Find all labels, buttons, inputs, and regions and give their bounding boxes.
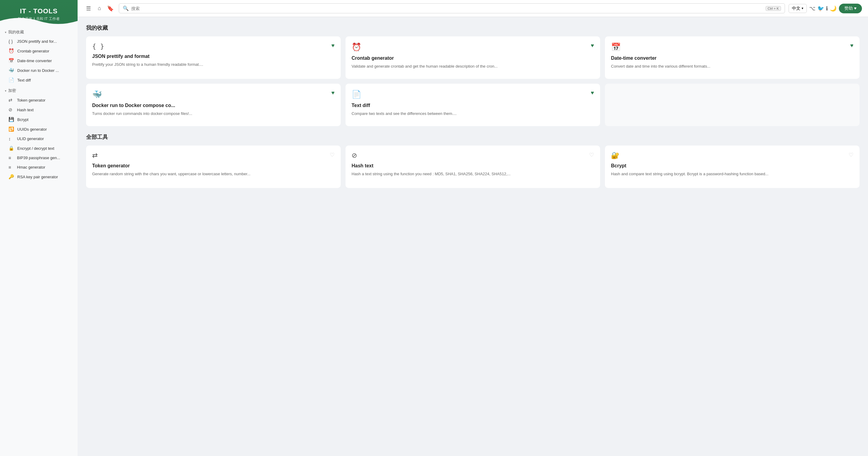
hash-icon: ⊘	[8, 107, 14, 113]
sidebar-item-hashtext[interactable]: ⊘ Hash text	[0, 105, 78, 115]
calendar-icon: 📅	[8, 58, 14, 63]
sidebar-item-ulid[interactable]: ↕ ULID generator	[0, 134, 78, 144]
sidebar-item-crontab[interactable]: ⏰ Crontab generator	[0, 46, 78, 56]
favorite-heart-bcrypt[interactable]: ♡	[848, 152, 854, 158]
bookmark-button[interactable]: 🔖	[105, 4, 115, 13]
card-desc-bcrypt: Hash and compare text string using bcryp…	[611, 171, 854, 177]
card-desc-3: Convert date and time into the various d…	[611, 63, 854, 69]
json-card-icon: { }	[92, 42, 104, 50]
sidebar-item-rsa[interactable]: 🔑 RSA key pair generator	[0, 172, 78, 182]
search-input[interactable]	[131, 6, 763, 11]
card-title-5: Text diff	[351, 103, 594, 108]
card-header-bcrypt: 🔐 ♡	[611, 152, 854, 159]
search-icon: 🔍	[123, 5, 129, 11]
favorite-heart-hash[interactable]: ♡	[589, 152, 594, 158]
home-button[interactable]: ⌂	[95, 4, 104, 13]
favorite-heart-token[interactable]: ♡	[330, 152, 335, 158]
sidebar-group-favorites[interactable]: ▾ 我的收藏	[0, 26, 78, 37]
diff-icon: 📄	[8, 77, 14, 83]
favorite-heart[interactable]: ♥	[331, 42, 335, 49]
favorites-grid: { } ♥ JSON prettify and format Prettify …	[86, 36, 860, 126]
card-header-hash: ⊘ ♡	[351, 152, 594, 159]
sidebar-item-token[interactable]: ⇄ Token generator	[0, 95, 78, 105]
card-docker[interactable]: 🐳 ♥ Docker run to Docker compose co... T…	[86, 84, 341, 126]
topbar-right: 中文 ▾ ⌥ 🐦 ℹ 🌙 赞助 ♥	[788, 4, 862, 13]
search-bar[interactable]: 🔍 Ctrl + K	[119, 3, 785, 13]
card-desc-2: Validate and generate crontab and get th…	[351, 63, 594, 69]
card-hash[interactable]: ⊘ ♡ Hash text Hash a text string using t…	[345, 146, 600, 188]
card-desc-4: Turns docker run commands into docker-co…	[92, 111, 335, 117]
key-icon: 🔑	[8, 174, 14, 180]
card-header-2: ⏰ ♥	[351, 42, 594, 52]
card-title-bcrypt: Bcrypt	[611, 163, 854, 169]
token-card-icon: ⇄	[92, 152, 98, 159]
card-desc: Prettify your JSON string to a human fri…	[92, 62, 335, 68]
json-icon: { }	[8, 39, 14, 44]
card-bcrypt[interactable]: 🔐 ♡ Bcrypt Hash and compare text string …	[605, 146, 860, 188]
card-desc-hash: Hash a text string using the function yo…	[351, 171, 594, 177]
language-selector[interactable]: 中文 ▾	[788, 4, 807, 13]
github-icon[interactable]: ⌥	[809, 5, 815, 12]
menu-button[interactable]: ☰	[84, 4, 93, 13]
token-icon: ⇄	[8, 97, 14, 103]
empty-card	[605, 84, 860, 126]
crontab-card-icon: ⏰	[351, 42, 361, 52]
card-desc-5: Compare two texts and see the difference…	[351, 111, 594, 117]
clock-icon: ⏰	[8, 48, 14, 54]
favorite-heart-2[interactable]: ♥	[591, 42, 594, 49]
all-tools-section-title: 全部工具	[86, 133, 860, 141]
bcrypt-card-icon: 🔐	[611, 152, 619, 159]
sidebar-item-hmac[interactable]: ≡ Hmac generator	[0, 162, 78, 172]
sidebar-item-textdiff[interactable]: 📄 Text diff	[0, 75, 78, 85]
sidebar-item-json[interactable]: { } JSON prettify and for...	[0, 37, 78, 46]
sidebar-item-datetime[interactable]: 📅 Date-time converter	[0, 56, 78, 65]
lock-icon: 🔒	[8, 146, 14, 151]
info-icon[interactable]: ℹ	[826, 5, 828, 12]
sponsor-button[interactable]: 赞助 ♥	[839, 4, 862, 13]
chevron-down-icon-lang: ▾	[802, 6, 803, 10]
card-title-3: Date-time converter	[611, 56, 854, 61]
sidebar-item-bcrypt[interactable]: 💾 Bcrypt	[0, 115, 78, 124]
card-header-3: 📅 ♥	[611, 42, 854, 52]
card-title-2: Crontab generator	[351, 56, 594, 61]
sidebar-header: IT - TOOLS 助力开发人员和 IT 工作者	[0, 0, 78, 26]
docker-card-icon: 🐳	[92, 90, 102, 99]
hmac-icon: ≡	[8, 164, 14, 170]
card-textdiff[interactable]: 📄 ♥ Text diff Compare two texts and see …	[345, 84, 600, 126]
ulid-icon: ↕	[8, 136, 14, 141]
card-title-token: Token generator	[92, 163, 335, 169]
sidebar: IT - TOOLS 助力开发人员和 IT 工作者 ▾ 我的收藏 { } JSO…	[0, 0, 78, 456]
hash-card-icon: ⊘	[351, 152, 357, 159]
favorite-heart-5[interactable]: ♥	[591, 90, 594, 96]
card-token[interactable]: ⇄ ♡ Token generator Generate random stri…	[86, 146, 341, 188]
sidebar-title: IT - TOOLS	[5, 7, 73, 15]
topbar: ☰ ⌂ 🔖 🔍 Ctrl + K 中文 ▾ ⌥ 🐦 ℹ 🌙 赞助 ♥	[78, 0, 868, 17]
sidebar-nav: ▾ 我的收藏 { } JSON prettify and for... ⏰ Cr…	[0, 26, 78, 456]
topbar-nav-icons: ☰ ⌂ 🔖	[84, 4, 115, 13]
favorite-heart-4[interactable]: ♥	[331, 90, 335, 96]
card-title-hash: Hash text	[351, 163, 594, 169]
sidebar-item-bip39[interactable]: ≡ BIP39 passphrase gen...	[0, 153, 78, 162]
topbar-action-icons: ⌥ 🐦 ℹ 🌙	[809, 5, 836, 12]
card-json[interactable]: { } ♥ JSON prettify and format Prettify …	[86, 36, 341, 79]
theme-icon[interactable]: 🌙	[830, 5, 836, 12]
favorites-section-title: 我的收藏	[86, 24, 860, 32]
sidebar-item-uuid[interactable]: 🔁 UUIDs generator	[0, 124, 78, 134]
sidebar-group-crypto[interactable]: ▾ 加密	[0, 85, 78, 95]
card-crontab[interactable]: ⏰ ♥ Crontab generator Validate and gener…	[345, 36, 600, 79]
all-tools-grid: ⇄ ♡ Token generator Generate random stri…	[86, 146, 860, 188]
card-datetime[interactable]: 📅 ♥ Date-time converter Convert date and…	[605, 36, 860, 79]
datetime-card-icon: 📅	[611, 42, 621, 52]
uuid-icon: 🔁	[8, 126, 14, 132]
search-shortcut: Ctrl + K	[766, 6, 781, 11]
favorite-heart-3[interactable]: ♥	[850, 42, 854, 49]
sidebar-item-encrypt[interactable]: 🔒 Encrypt / decrypt text	[0, 144, 78, 153]
card-desc-token: Generate random string with the chars yo…	[92, 171, 335, 177]
list-icon: ≡	[8, 155, 14, 160]
chevron-down-icon: ▾	[5, 31, 6, 34]
chevron-down-icon-2: ▾	[5, 89, 6, 92]
textdiff-card-icon: 📄	[351, 90, 361, 99]
sidebar-item-docker[interactable]: 🐳 Docker run to Docker ...	[0, 65, 78, 75]
content-area: 我的收藏 { } ♥ JSON prettify and format Pret…	[78, 17, 868, 456]
twitter-icon[interactable]: 🐦	[817, 5, 824, 12]
